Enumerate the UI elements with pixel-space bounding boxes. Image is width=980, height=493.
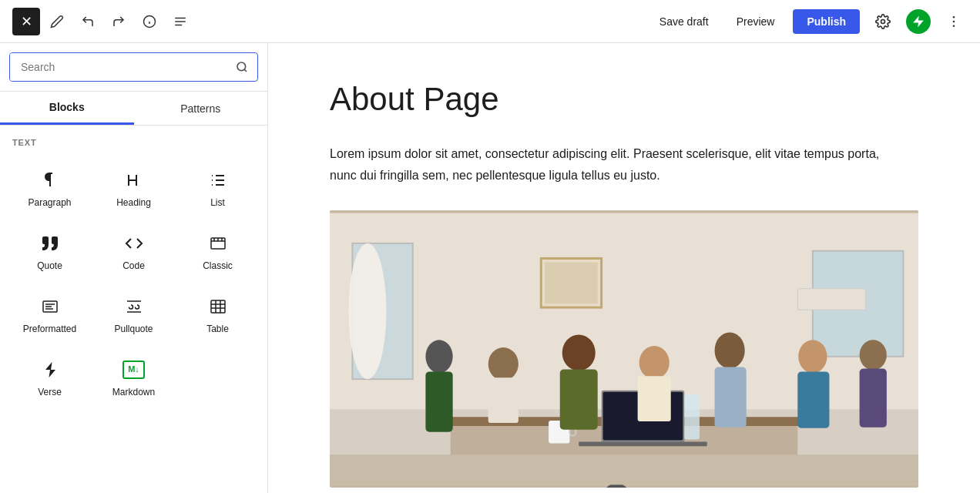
svg-point-9 xyxy=(953,20,955,22)
tab-blocks[interactable]: Blocks xyxy=(0,92,134,125)
block-item-classic[interactable]: Classic xyxy=(177,220,258,280)
avatar[interactable] xyxy=(906,9,931,34)
block-item-pullquote[interactable]: Pullquote xyxy=(93,283,174,343)
table-label: Table xyxy=(206,324,229,334)
markdown-label: Markdown xyxy=(112,387,155,397)
svg-rect-57 xyxy=(560,369,598,429)
people-image xyxy=(330,210,918,488)
search-area xyxy=(0,43,267,92)
content-area: About Page Lorem ipsum dolor sit amet, c… xyxy=(268,43,980,493)
svg-rect-68 xyxy=(330,454,918,485)
heading-icon xyxy=(125,169,143,191)
quote-label: Quote xyxy=(37,260,62,271)
search-wrapper xyxy=(9,52,258,82)
svg-rect-59 xyxy=(638,376,671,421)
tab-patterns[interactable]: Patterns xyxy=(134,92,268,125)
undo-button[interactable] xyxy=(74,8,102,35)
block-item-code[interactable]: Code xyxy=(93,220,174,280)
svg-point-52 xyxy=(425,340,452,373)
svg-rect-55 xyxy=(488,377,519,423)
redo-button[interactable] xyxy=(105,8,133,35)
close-button[interactable]: ✕ xyxy=(12,8,40,35)
main-layout: Blocks Patterns TEXT Paragraph xyxy=(0,43,980,493)
svg-rect-63 xyxy=(797,371,829,428)
gear-icon xyxy=(875,14,891,29)
block-item-verse[interactable]: Verse xyxy=(9,346,90,406)
svg-rect-51 xyxy=(684,394,700,440)
blocks-grid: Paragraph Heading xyxy=(0,150,267,412)
sidebar: Blocks Patterns TEXT Paragraph xyxy=(0,43,268,493)
svg-point-58 xyxy=(639,346,670,379)
svg-rect-48 xyxy=(579,441,707,446)
toolbar: ✕ xyxy=(0,0,980,43)
list-icon xyxy=(209,169,227,191)
block-item-preformatted[interactable]: Preformatted xyxy=(9,283,90,343)
svg-point-39 xyxy=(348,243,386,379)
markdown-icon: M↓ xyxy=(123,359,145,381)
svg-point-62 xyxy=(798,340,827,373)
verse-icon xyxy=(41,359,59,381)
preformatted-label: Preformatted xyxy=(23,324,76,334)
svg-point-56 xyxy=(562,334,596,371)
block-item-quote[interactable]: Quote xyxy=(9,220,90,280)
list-view-button[interactable] xyxy=(166,8,194,35)
blocks-list: TEXT Paragraph xyxy=(0,126,267,493)
tabs: Blocks Patterns xyxy=(0,92,267,126)
svg-point-11 xyxy=(237,62,246,71)
page-title: About Page xyxy=(330,80,918,119)
svg-point-6 xyxy=(881,19,885,23)
redo-icon xyxy=(112,15,126,29)
svg-point-10 xyxy=(953,25,955,27)
section-text-label: TEXT xyxy=(0,132,267,150)
svg-point-54 xyxy=(488,347,519,381)
block-item-table[interactable]: Table xyxy=(177,283,258,343)
svg-line-12 xyxy=(244,69,247,72)
list-label: List xyxy=(210,197,225,208)
publish-button[interactable]: Publish xyxy=(793,9,860,34)
svg-rect-61 xyxy=(715,367,747,427)
more-options-button[interactable] xyxy=(940,8,968,35)
save-draft-button[interactable]: Save draft xyxy=(650,11,718,32)
quote-icon xyxy=(41,233,59,254)
pen-button[interactable] xyxy=(43,8,71,35)
toolbar-right: Save draft Preview Publish xyxy=(650,8,968,35)
svg-point-60 xyxy=(715,332,745,368)
page-image xyxy=(330,210,918,488)
paragraph-label: Paragraph xyxy=(28,197,71,208)
code-label: Code xyxy=(123,260,145,271)
paragraph-icon xyxy=(41,169,59,191)
undo-icon xyxy=(81,15,95,29)
classic-label: Classic xyxy=(203,260,233,271)
verse-label: Verse xyxy=(38,387,62,397)
pen-icon xyxy=(50,15,64,29)
table-icon xyxy=(209,296,227,317)
svg-rect-41 xyxy=(545,262,598,304)
svg-rect-30 xyxy=(211,300,225,313)
block-item-list[interactable]: List xyxy=(177,156,258,216)
block-item-heading[interactable]: Heading xyxy=(93,156,174,216)
svg-point-64 xyxy=(860,340,887,370)
svg-marker-7 xyxy=(913,15,924,27)
svg-point-8 xyxy=(953,15,955,18)
search-icon xyxy=(236,61,248,73)
heading-label: Heading xyxy=(116,197,151,208)
search-input[interactable] xyxy=(10,53,227,81)
block-item-markdown[interactable]: M↓ Markdown xyxy=(93,346,174,406)
settings-button[interactable] xyxy=(869,8,897,35)
info-button[interactable] xyxy=(136,8,163,35)
more-icon xyxy=(946,14,962,29)
svg-rect-67 xyxy=(797,288,865,309)
list-view-icon xyxy=(173,15,187,29)
classic-icon xyxy=(209,233,227,254)
close-icon: ✕ xyxy=(21,13,32,30)
info-icon xyxy=(143,15,156,29)
page-body-text: Lorem ipsum dolor sit amet, consectetur … xyxy=(330,143,900,185)
preview-button[interactable]: Preview xyxy=(727,11,784,32)
pullquote-icon xyxy=(125,296,143,317)
code-icon xyxy=(125,233,143,254)
search-button[interactable] xyxy=(227,55,257,79)
svg-rect-53 xyxy=(425,371,452,431)
preformatted-icon xyxy=(41,296,59,317)
block-item-paragraph[interactable]: Paragraph xyxy=(9,156,90,216)
svg-rect-65 xyxy=(860,368,887,427)
